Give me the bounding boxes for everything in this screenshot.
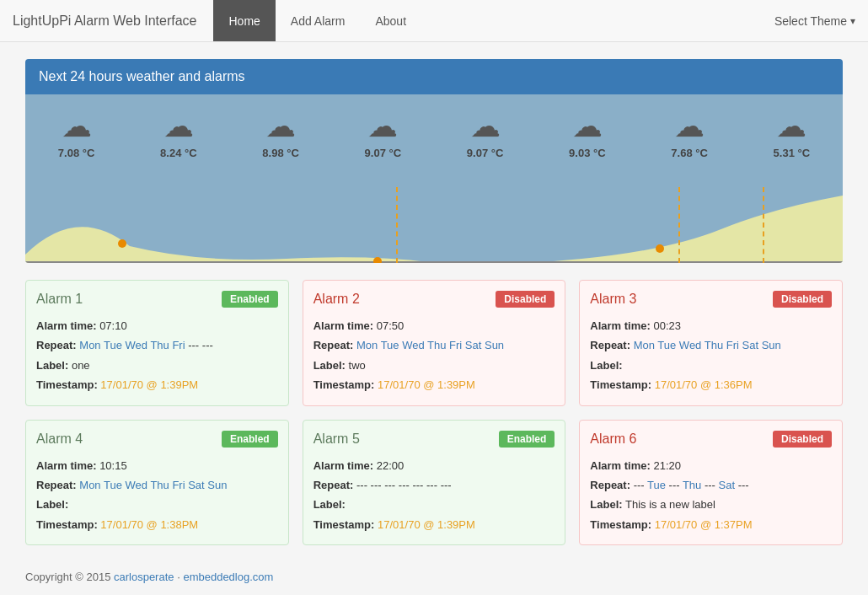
nav-item-about[interactable]: About (360, 0, 421, 41)
alarm-card-2: Alarm 2 Disabled Alarm time: 07:50 Repea… (303, 280, 566, 406)
footer-author-link[interactable]: carlosperate (114, 571, 174, 583)
alarm-title-3: Alarm 3 (590, 292, 636, 307)
weather-item-4: ☁ 9.07 °C (467, 111, 504, 159)
cloud-icon-7: ☁ (776, 111, 806, 142)
alarm-timestamp-row-2: Timestamp: 17/01/70 @ 1:39PM (313, 375, 555, 394)
status-badge-2: Disabled (496, 291, 555, 308)
status-badge-1: Enabled (222, 291, 278, 308)
weather-item-0: ☁ 7.08 °C (58, 111, 95, 159)
nav-items: Home Add Alarm About (213, 0, 421, 41)
alarm-details-1: Alarm time: 07:10 Repeat: Mon Tue Wed Th… (36, 316, 278, 395)
alarm-line-2 (678, 187, 680, 263)
alarm-title-6: Alarm 6 (590, 432, 636, 447)
temp-label-4: 9.07 °C (467, 147, 504, 159)
footer-separator: · (177, 571, 180, 583)
alarm-card-header-1: Alarm 1 Enabled (36, 291, 278, 308)
alarm-timestamp-row-4: Timestamp: 17/01/70 @ 1:38PM (36, 515, 278, 534)
temp-label-1: 8.24 °C (160, 147, 197, 159)
alarm-details-5: Alarm time: 22:00 Repeat: --- --- --- --… (313, 456, 555, 535)
temp-label-7: 5.31 °C (774, 147, 811, 159)
temp-label-2: 8.98 °C (262, 147, 299, 159)
alarm-title-5: Alarm 5 (313, 432, 360, 447)
alarm-title-2: Alarm 2 (313, 292, 360, 307)
alarm-card-1: Alarm 1 Enabled Alarm time: 07:10 Repeat… (25, 280, 289, 406)
cloud-icon-4: ☁ (470, 111, 501, 142)
temp-label-5: 9.03 °C (569, 147, 606, 159)
temp-label-6: 7.68 °C (671, 147, 708, 159)
alarm-time-row-3: Alarm time: 00:23 (590, 316, 832, 335)
alarm-dot-2 (373, 257, 382, 263)
weather-body: ☁ 7.08 °C ☁ 8.24 °C ☁ 8.98 °C ☁ 9.07 °C … (25, 94, 843, 263)
cloud-icon-2: ☁ (265, 111, 296, 142)
status-badge-4: Enabled (222, 431, 278, 448)
weather-item-6: ☁ 7.68 °C (671, 111, 708, 159)
alarm-repeat-row-2: Repeat: Mon Tue Wed Thu Fri Sat Sun (313, 335, 555, 355)
cloud-icon-1: ☁ (163, 111, 194, 142)
cloud-icon-0: ☁ (62, 111, 92, 142)
navbar-brand: LightUpPi Alarm Web Interface (13, 13, 196, 29)
cloud-icon-3: ☁ (367, 111, 398, 142)
alarm-details-3: Alarm time: 00:23 Repeat: Mon Tue Wed Th… (590, 316, 832, 395)
temp-label-3: 9.07 °C (365, 147, 402, 159)
navbar: LightUpPi Alarm Web Interface Home Add A… (0, 0, 868, 42)
alarm-title-1: Alarm 1 (36, 292, 83, 307)
alarm-time-row-1: Alarm time: 07:10 (36, 316, 278, 335)
alarm-details-4: Alarm time: 10:15 Repeat: Mon Tue Wed Th… (36, 456, 278, 535)
status-badge-3: Disabled (773, 291, 832, 308)
footer-copyright: Copyright © 2015 (25, 571, 110, 583)
alarm-repeat-row-5: Repeat: --- --- --- --- --- --- --- (313, 475, 555, 495)
alarm-card-header-5: Alarm 5 Enabled (313, 431, 555, 448)
alarm-details-2: Alarm time: 07:50 Repeat: Mon Tue Wed Th… (313, 316, 555, 395)
alarm-card-5: Alarm 5 Enabled Alarm time: 22:00 Repeat… (303, 420, 566, 546)
alarm-details-6: Alarm time: 21:20 Repeat: --- Tue --- Th… (590, 456, 832, 535)
alarm-dot-1 (118, 239, 126, 248)
main-content: Next 24 hours weather and alarms ☁ 7.08 … (13, 59, 855, 545)
alarm-card-header-6: Alarm 6 Disabled (590, 431, 832, 448)
alarm-label-row-1: Label: one (36, 356, 278, 375)
alarm-timestamp-row-5: Timestamp: 17/01/70 @ 1:39PM (313, 515, 555, 534)
alarm-time-row-4: Alarm time: 10:15 (36, 456, 278, 475)
alarm-timestamp-row-1: Timestamp: 17/01/70 @ 1:39PM (36, 375, 278, 394)
alarm-time-row-6: Alarm time: 21:20 (590, 456, 832, 475)
alarm-title-4: Alarm 4 (36, 432, 83, 447)
weather-item-7: ☁ 5.31 °C (774, 111, 811, 159)
alarm-label-row-2: Label: two (313, 356, 555, 375)
weather-header: Next 24 hours weather and alarms (25, 59, 843, 94)
svg-rect-0 (25, 261, 843, 263)
footer-site-link[interactable]: embeddedlog.com (183, 571, 273, 583)
alarm-card-4: Alarm 4 Enabled Alarm time: 10:15 Repeat… (25, 420, 289, 546)
select-theme-button[interactable]: Select Theme (774, 14, 855, 28)
alarm-label-row-4: Label: (36, 495, 278, 514)
alarm-line-3 (763, 187, 764, 263)
alarm-timestamp-row-3: Timestamp: 17/01/70 @ 1:36PM (590, 375, 832, 394)
alarm-card-6: Alarm 6 Disabled Alarm time: 21:20 Repea… (579, 420, 843, 546)
alarm-line-1 (396, 187, 398, 263)
alarm-dot-3 (656, 244, 664, 253)
alarm-repeat-row-6: Repeat: --- Tue --- Thu --- Sat --- (590, 475, 832, 495)
weather-item-2: ☁ 8.98 °C (262, 111, 299, 159)
navbar-right: Select Theme (774, 14, 855, 28)
weather-panel: Next 24 hours weather and alarms ☁ 7.08 … (25, 59, 843, 263)
alarm-label-row-5: Label: (313, 495, 555, 514)
nav-item-home[interactable]: Home (213, 0, 275, 41)
alarm-timestamp-row-6: Timestamp: 17/01/70 @ 1:37PM (590, 515, 832, 534)
alarm-card-header-2: Alarm 2 Disabled (313, 291, 555, 308)
weather-item-5: ☁ 9.03 °C (569, 111, 606, 159)
alarms-grid: Alarm 1 Enabled Alarm time: 07:10 Repeat… (25, 280, 843, 545)
alarm-repeat-row-4: Repeat: Mon Tue Wed Thu Fri Sat Sun (36, 475, 278, 495)
alarm-card-header-3: Alarm 3 Disabled (590, 291, 832, 308)
alarm-time-row-5: Alarm time: 22:00 (313, 456, 555, 475)
alarm-time-row-2: Alarm time: 07:50 (313, 316, 555, 335)
nav-item-add-alarm[interactable]: Add Alarm (276, 0, 361, 41)
wave-container (25, 187, 843, 263)
status-badge-6: Disabled (773, 431, 832, 448)
alarm-card-3: Alarm 3 Disabled Alarm time: 00:23 Repea… (579, 280, 843, 406)
temp-label-0: 7.08 °C (58, 147, 95, 159)
cloud-icon-5: ☁ (572, 111, 603, 142)
weather-icons-row: ☁ 7.08 °C ☁ 8.24 °C ☁ 8.98 °C ☁ 9.07 °C … (25, 94, 843, 159)
footer: Copyright © 2015 carlosperate · embedded… (13, 562, 855, 595)
weather-item-3: ☁ 9.07 °C (365, 111, 402, 159)
alarm-repeat-row-3: Repeat: Mon Tue Wed Thu Fri Sat Sun (590, 335, 832, 355)
alarm-card-header-4: Alarm 4 Enabled (36, 431, 278, 448)
status-badge-5: Enabled (499, 431, 555, 448)
